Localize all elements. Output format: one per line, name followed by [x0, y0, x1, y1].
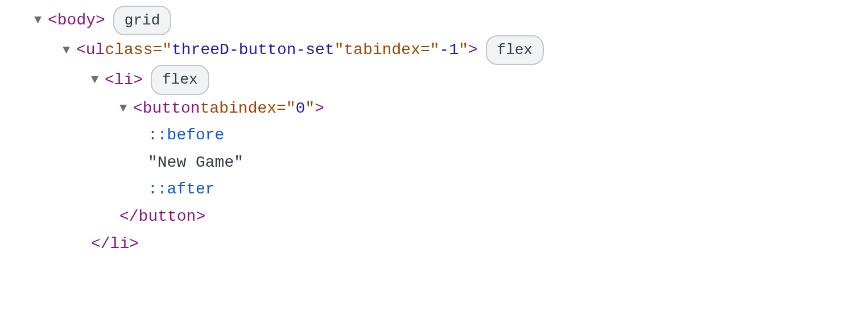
tag-name: li [110, 230, 130, 258]
attr-value: threeD-button-set [172, 36, 334, 64]
close-bracket: > [468, 36, 478, 64]
attr-quote: " [458, 36, 468, 64]
display-badge[interactable]: flex [151, 65, 209, 94]
tag-name: button [139, 203, 196, 230]
open-bracket: </ [119, 203, 139, 230]
display-badge[interactable]: grid [113, 6, 171, 35]
tree-row[interactable]: ::after [11, 176, 857, 203]
open-bracket: </ [91, 230, 110, 258]
attr-name: tabindex [344, 36, 420, 64]
attr-name: tabindex [200, 95, 276, 122]
tree-row[interactable]: ▼<button tabindex="0"> [11, 95, 857, 122]
tree-row[interactable]: </li> [11, 230, 857, 258]
close-bracket: > [315, 95, 324, 122]
close-bracket: > [129, 230, 139, 258]
open-bracket: < [105, 67, 114, 94]
dom-tree[interactable]: ▼<body>grid▼<ul class="threeD-button-set… [11, 6, 857, 257]
tag-name: li [114, 67, 134, 94]
open-bracket: < [133, 95, 143, 122]
tag-name: body [57, 7, 96, 34]
attr-value: -1 [440, 36, 459, 64]
display-badge[interactable]: flex [486, 35, 544, 65]
expand-arrow-icon[interactable]: ▼ [91, 69, 102, 90]
open-bracket: < [76, 36, 86, 64]
text-node: "New Game" [148, 149, 243, 176]
attr-quote: " [305, 95, 315, 122]
expand-arrow-icon[interactable]: ▼ [34, 10, 46, 31]
tag-name: ul [86, 36, 105, 64]
tree-row[interactable]: ::before [11, 122, 857, 149]
attr-name: class [105, 36, 152, 64]
tag-name: button [143, 95, 200, 122]
tree-row[interactable]: "New Game" [11, 149, 857, 176]
expand-arrow-icon[interactable]: ▼ [119, 98, 131, 119]
tree-row[interactable]: ▼<ul class="threeD-button-set" tabindex=… [11, 35, 857, 65]
expand-arrow-icon[interactable]: ▼ [63, 40, 74, 61]
attr-quote: " [286, 95, 296, 122]
attr-quote: " [430, 36, 440, 64]
pseudo-element: ::before [148, 122, 224, 149]
attr-quote: " [334, 36, 344, 64]
tree-row[interactable]: </button> [11, 203, 857, 230]
tree-row[interactable]: ▼<body>grid [11, 6, 857, 35]
pseudo-element: ::after [148, 176, 215, 203]
attr-equals: = [276, 95, 286, 122]
attr-equals: = [152, 36, 162, 64]
attr-value: 0 [296, 95, 305, 122]
attr-equals: = [420, 36, 430, 64]
open-bracket: < [48, 7, 57, 34]
close-bracket: > [96, 7, 105, 34]
close-bracket: > [133, 67, 143, 94]
attr-quote: " [162, 36, 172, 64]
close-bracket: > [196, 203, 205, 230]
tree-row[interactable]: ▼<li>flex [11, 65, 857, 94]
